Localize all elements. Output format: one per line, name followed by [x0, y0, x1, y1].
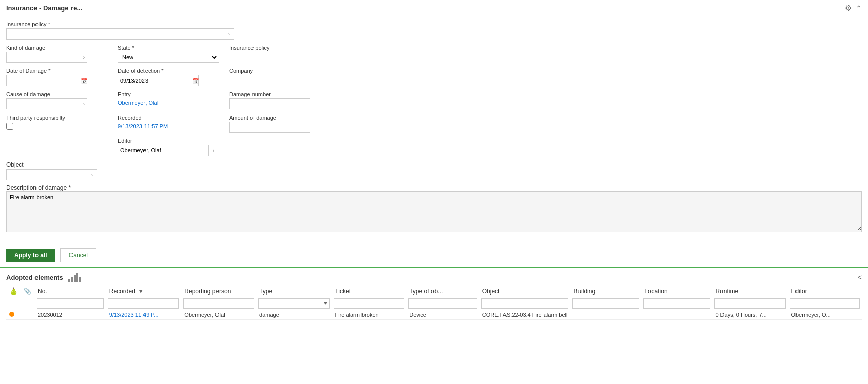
editor-field[interactable]: › — [118, 145, 219, 156]
filter-type-arrow[interactable]: ▼ — [321, 301, 329, 306]
button-row: Apply to all Cancel — [0, 243, 868, 267]
filter-reporting-person — [181, 297, 256, 310]
filter-status — [6, 297, 21, 310]
description-label: Description of damage * — [6, 184, 71, 191]
adopted-collapse-icon[interactable]: < — [858, 273, 862, 281]
main-form: Insurance policy * › Kind of damage › St… — [0, 16, 868, 243]
filter-recorded-input[interactable] — [108, 298, 179, 309]
filter-editor — [788, 297, 862, 310]
row-type: damage — [256, 310, 332, 320]
filter-no — [34, 297, 106, 310]
recorded-sort-arrow: ▼ — [138, 288, 144, 295]
state-field[interactable]: New Open Closed — [118, 52, 219, 63]
insurance-policy-row: Insurance policy * › — [6, 21, 862, 40]
object-field[interactable]: › — [6, 169, 97, 180]
filter-location — [641, 297, 712, 310]
col-reporting-person: Reporting person — [181, 286, 256, 297]
date-of-detection-label: Date of detection * — [118, 68, 219, 74]
date-of-damage-field[interactable]: 📅 — [6, 75, 87, 86]
kind-of-damage-arrow[interactable]: › — [81, 52, 87, 62]
table-header-row: 🍐 📎 No. Recorded ▼ Reporting person — [6, 286, 862, 297]
third-party-label: Third party responsibilty — [6, 114, 107, 121]
insurance-policy-label: Insurance policy * — [6, 21, 234, 27]
damage-number-input[interactable] — [229, 98, 310, 109]
cause-of-damage-field[interactable]: › — [6, 98, 87, 109]
filter-ticket — [332, 297, 406, 310]
state-label: State * — [118, 45, 219, 51]
filter-type-input[interactable] — [259, 299, 321, 308]
amount-of-damage-input[interactable] — [229, 122, 310, 133]
row-editor: Obermeyer, O... — [788, 310, 862, 320]
amount-of-damage-label: Amount of damage — [229, 114, 331, 121]
col-status: 🍐 — [6, 286, 21, 297]
adopted-header: Adopted elements < — [6, 273, 862, 282]
amount-of-damage-group: Amount of damage — [229, 114, 331, 133]
col-location: Location — [641, 286, 712, 297]
col-type: Type — [256, 286, 332, 297]
table-filter-row: ▼ — [6, 297, 862, 310]
insurance-policy-input[interactable] — [7, 30, 224, 38]
cause-of-damage-arrow[interactable]: › — [81, 99, 87, 109]
filter-no-input[interactable] — [37, 298, 104, 309]
description-textarea[interactable]: Fire alarm broken — [6, 191, 862, 232]
chart-icon[interactable] — [68, 273, 81, 282]
object-arrow[interactable]: › — [87, 170, 97, 180]
date-of-detection-input[interactable] — [118, 76, 192, 85]
col-recorded[interactable]: Recorded ▼ — [106, 286, 182, 297]
row-recorded: 9/13/2023 11:49 P... — [106, 310, 182, 320]
collapse-icon[interactable]: ⌃ — [856, 4, 862, 12]
col-no: No. — [34, 286, 106, 297]
filter-runtime-input[interactable] — [714, 298, 786, 309]
editor-input[interactable] — [118, 146, 208, 155]
state-select[interactable]: New Open Closed — [118, 53, 219, 62]
adopted-section: Adopted elements < 🍐 📎 — [0, 267, 868, 324]
row-clip — [21, 310, 34, 320]
insurance-policy-arrow[interactable]: › — [224, 29, 234, 39]
row-status — [6, 310, 21, 320]
page-title: Insurance - Damage re... — [6, 4, 82, 12]
table-row: 20230012 9/13/2023 11:49 P... Obermeyer,… — [6, 310, 862, 320]
kind-of-damage-input[interactable] — [7, 53, 81, 61]
kind-of-damage-field[interactable]: › — [6, 52, 87, 63]
filter-type-of-ob-input[interactable] — [408, 298, 477, 309]
filter-type-dropdown[interactable]: ▼ — [258, 298, 330, 309]
col-editor: Editor — [788, 286, 862, 297]
pear-icon: 🍐 — [9, 287, 18, 295]
filter-building — [570, 297, 641, 310]
date-of-damage-input[interactable] — [7, 76, 81, 85]
recorded-value: 9/13/2023 11:57 PM — [118, 122, 219, 131]
date-of-detection-field[interactable]: 📅 — [118, 75, 199, 86]
insurance-policy-right-label: Insurance policy — [229, 45, 331, 51]
filter-ticket-input[interactable] — [334, 298, 404, 309]
col-type-of-ob: Type of ob... — [406, 286, 479, 297]
header-icons: ⚙ ⌃ — [845, 3, 862, 13]
editor-arrow[interactable]: › — [208, 145, 219, 156]
filter-editor-input[interactable] — [790, 298, 860, 309]
entry-label: Entry — [118, 91, 219, 97]
filter-runtime — [712, 297, 788, 310]
adopted-title-area: Adopted elements — [6, 273, 81, 282]
row-6: Editor › — [6, 138, 862, 156]
kind-of-damage-label: Kind of damage — [6, 45, 107, 51]
row-building — [570, 310, 641, 320]
col-runtime: Runtime — [712, 286, 788, 297]
third-party-checkbox[interactable] — [6, 123, 13, 130]
recorded-label: Recorded — [118, 114, 219, 121]
apply-to-all-button[interactable]: Apply to all — [6, 249, 55, 262]
settings-icon[interactable]: ⚙ — [845, 3, 852, 13]
company-group: Company — [229, 68, 331, 74]
filter-object-input[interactable] — [481, 298, 569, 309]
company-label: Company — [229, 68, 331, 74]
filter-reporting-person-input[interactable] — [183, 298, 254, 309]
date-of-detection-calendar-icon[interactable]: 📅 — [192, 75, 199, 86]
cause-of-damage-input[interactable] — [7, 100, 81, 108]
entry-group: Entry Obermeyer, Olaf — [118, 91, 219, 107]
cancel-button[interactable]: Cancel — [60, 248, 96, 262]
filter-object — [479, 297, 571, 310]
filter-building-input[interactable] — [572, 298, 639, 309]
date-of-damage-calendar-icon[interactable]: 📅 — [81, 75, 88, 86]
filter-location-input[interactable] — [643, 298, 710, 309]
object-input[interactable] — [7, 171, 87, 179]
insurance-policy-right-group: Insurance policy — [229, 45, 331, 51]
insurance-policy-field[interactable]: › — [6, 28, 234, 40]
